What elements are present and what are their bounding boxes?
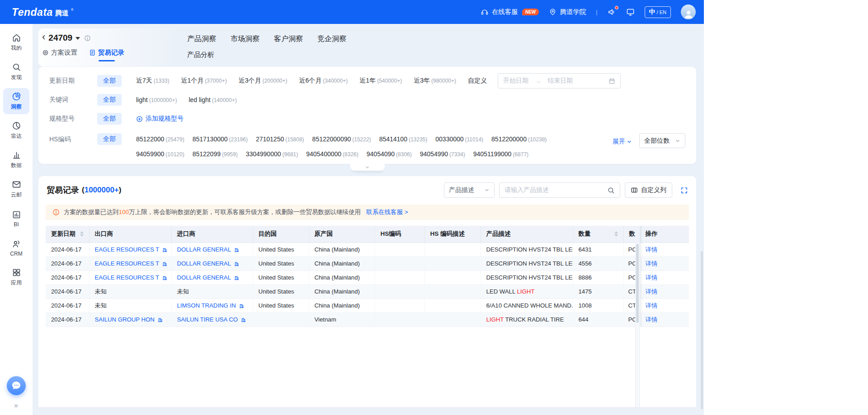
sidebar-item-discover[interactable]: 发现 xyxy=(3,59,29,85)
detail-link[interactable]: 详情 xyxy=(640,270,689,284)
sidebar-item-radar[interactable]: 雷达 xyxy=(3,117,29,144)
sidebar-item-crm[interactable]: CRM xyxy=(3,235,29,261)
filter-option[interactable]: 3304990000(9681) xyxy=(246,150,298,158)
table-scrollbar[interactable] xyxy=(635,242,640,407)
exporter-company-link[interactable]: EAGLE RESOURCES T xyxy=(89,242,171,256)
date-range-picker[interactable]: 开始日期 → 结束日期 xyxy=(498,73,621,89)
trade-record-row[interactable]: 2024-06-17 EAGLE RESOURCES T DOLLAR GENE… xyxy=(46,242,689,256)
company-profile-icon[interactable] xyxy=(234,247,240,252)
trade-record-row[interactable]: 2024-06-17 未知 未知 United States China (Ma… xyxy=(46,284,689,298)
chat-bubble-button[interactable] xyxy=(7,376,26,395)
filter-all-chip[interactable]: 全部 xyxy=(97,94,122,106)
sidebar-collapse-button[interactable]: » xyxy=(14,401,19,410)
filter-option[interactable]: 00330000(11014) xyxy=(435,135,483,143)
filter-option[interactable]: 85414100(13235) xyxy=(379,135,428,143)
online-service-button[interactable]: 在线客服 NEW xyxy=(481,8,539,16)
filter-option[interactable]: 9405400000(8326) xyxy=(306,150,359,158)
importer-company-link[interactable]: DOLLAR GENERAL xyxy=(171,270,253,284)
filter-option[interactable]: 85122099(9959) xyxy=(193,150,238,158)
company-profile-icon[interactable] xyxy=(162,247,168,252)
trade-record-row[interactable]: 2024-06-17 SAILUN GROUP HON SAILUN TIRE … xyxy=(46,312,689,326)
search-icon[interactable] xyxy=(607,187,615,194)
filter-option[interactable]: 27101250(15808) xyxy=(256,135,304,143)
col-update-date[interactable]: 更新日期 xyxy=(46,226,89,242)
detail-link[interactable]: 详情 xyxy=(640,298,689,312)
filter-option[interactable]: 8512200000(10238) xyxy=(491,135,547,143)
filter-option[interactable]: 近7天(1333) xyxy=(136,77,169,85)
sidebar-item-home[interactable]: 我的 xyxy=(3,29,29,56)
tab-product-analysis[interactable]: 产品分析 xyxy=(187,51,214,59)
tab-trade-records[interactable]: 贸易记录 xyxy=(89,48,124,61)
tab-plan-settings[interactable]: 方案设置 xyxy=(42,48,77,61)
tendata-logo[interactable]: Tendata 腾道 ® xyxy=(12,6,74,18)
back-button[interactable]: ‹ xyxy=(42,33,45,41)
hs-expand-button[interactable]: 展开 xyxy=(613,135,632,146)
company-profile-icon[interactable] xyxy=(241,317,246,322)
filter-collapse-tab[interactable] xyxy=(350,164,385,171)
sidebar-item-insight[interactable]: 洞察 xyxy=(3,88,29,114)
filter-option[interactable]: 85122000(25479) xyxy=(136,135,184,143)
tab-customer-insight[interactable]: 客户洞察 xyxy=(274,34,303,44)
filter-option[interactable]: 94051199000(6877) xyxy=(473,150,528,158)
announcement-button[interactable] xyxy=(608,8,616,16)
filter-option[interactable]: 85122000090(15222) xyxy=(312,135,371,143)
trade-record-row[interactable]: 2024-06-17 EAGLE RESOURCES T DOLLAR GENE… xyxy=(46,256,689,270)
exporter-company-link[interactable]: EAGLE RESOURCES T xyxy=(89,256,171,270)
plan-id[interactable]: 24709 xyxy=(48,33,72,43)
company-profile-icon[interactable] xyxy=(162,275,168,280)
importer-company-link[interactable]: DOLLAR GENERAL xyxy=(171,256,253,270)
info-icon[interactable] xyxy=(84,35,91,42)
exporter-company-link[interactable]: EAGLE RESOURCES T xyxy=(89,270,171,284)
detail-link[interactable]: 详情 xyxy=(640,242,689,256)
search-type-select[interactable]: 产品描述 xyxy=(444,182,495,198)
sidebar-item-bi[interactable]: BI xyxy=(3,205,29,232)
tab-competitor-insight[interactable]: 竞企洞察 xyxy=(317,34,346,44)
product-search-input[interactable]: 请输入产品描述 xyxy=(499,182,620,198)
filter-option[interactable]: 近1年(540000+) xyxy=(359,77,402,85)
company-profile-icon[interactable] xyxy=(234,261,240,266)
filter-option[interactable]: 94059900(10120) xyxy=(136,150,184,158)
tab-market-insight[interactable]: 市场洞察 xyxy=(231,34,259,44)
detail-link[interactable]: 详情 xyxy=(640,312,689,326)
trade-record-row[interactable]: 2024-06-17 EAGLE RESOURCES T DOLLAR GENE… xyxy=(46,270,689,284)
company-profile-icon[interactable] xyxy=(239,303,245,308)
filter-option[interactable]: 94054990(7334) xyxy=(420,150,465,158)
trade-record-row[interactable]: 2024-06-17 未知 LIMSON TRADING IN United S… xyxy=(46,298,689,312)
sidebar-item-mail[interactable]: 云邮 xyxy=(3,176,29,202)
page-scrollbar[interactable] xyxy=(701,251,703,409)
workbench-button[interactable] xyxy=(626,8,635,16)
language-toggle[interactable]: 中 / EN xyxy=(645,6,671,18)
importer-company-link[interactable]: DOLLAR GENERAL xyxy=(171,242,253,256)
company-profile-icon[interactable] xyxy=(157,317,163,322)
detail-link[interactable]: 详情 xyxy=(640,256,689,270)
detail-link[interactable]: 详情 xyxy=(640,284,689,298)
academy-button[interactable]: 腾道学院 xyxy=(549,8,586,16)
filter-option[interactable]: 近3年(980000+) xyxy=(414,77,456,85)
company-profile-icon[interactable] xyxy=(162,261,168,266)
plan-dropdown-caret-icon[interactable] xyxy=(75,37,80,40)
sidebar-item-data[interactable]: 数据 xyxy=(3,147,29,173)
importer-company-link[interactable]: SAILUN TIRE USA CO xyxy=(171,312,253,326)
filter-all-chip[interactable]: 全部 xyxy=(97,75,122,87)
user-avatar[interactable] xyxy=(681,5,696,19)
fullscreen-button[interactable] xyxy=(680,187,688,194)
filter-all-chip[interactable]: 全部 xyxy=(97,133,122,145)
filter-option[interactable]: 94054090(8306) xyxy=(367,150,412,158)
custom-columns-button[interactable]: 自定义列 xyxy=(625,182,672,198)
filter-option[interactable]: 近1个月(37000+) xyxy=(181,77,226,85)
exporter-company-link[interactable]: SAILUN GROUP HON xyxy=(89,312,171,326)
filter-option[interactable]: 8517130000(23196) xyxy=(193,135,248,143)
hs-digits-select[interactable]: 全部位数 xyxy=(639,133,685,148)
sidebar-item-apps[interactable]: 应用 xyxy=(3,264,29,290)
contact-service-link[interactable]: 联系在线客服 > xyxy=(366,208,408,216)
add-spec-button[interactable]: 添加规格型号 xyxy=(136,115,184,123)
filter-option[interactable]: light(1000000+) xyxy=(136,96,177,103)
company-profile-icon[interactable] xyxy=(234,275,240,280)
filter-option[interactable]: 近6个月(340000+) xyxy=(299,77,348,85)
table-scrollbar-thumb[interactable] xyxy=(636,244,639,323)
filter-all-chip[interactable]: 全部 xyxy=(97,113,122,125)
sort-icon[interactable] xyxy=(614,231,618,237)
col-quantity[interactable]: 数量 xyxy=(573,226,623,242)
importer-company-link[interactable]: LIMSON TRADING IN xyxy=(171,298,253,312)
filter-option[interactable]: 近3个月(200000+) xyxy=(239,77,288,85)
